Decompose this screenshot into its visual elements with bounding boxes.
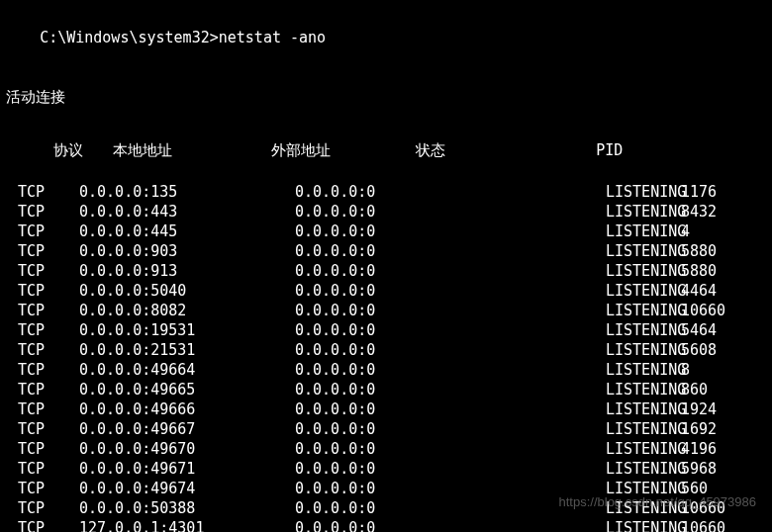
cell-foreign-address: 0.0.0.0:0 bbox=[295, 380, 453, 399]
table-row: TCP0.0.0.0:496710.0.0.0:0LISTENING5968 bbox=[18, 459, 768, 479]
header-pid: PID bbox=[596, 140, 623, 160]
cell-foreign-address: 0.0.0.0:0 bbox=[295, 459, 453, 479]
cell-protocol: TCP bbox=[18, 281, 79, 301]
cell-local-address: 0.0.0.0:21531 bbox=[79, 340, 295, 360]
cell-pid: 860 bbox=[681, 380, 760, 399]
table-row: TCP0.0.0.0:80820.0.0.0:0LISTENING10660 bbox=[18, 301, 768, 320]
table-row: TCP0.0.0.0:4450.0.0.0:0LISTENING4 bbox=[18, 222, 768, 241]
cell-pid: 8 bbox=[681, 360, 760, 380]
cell-pid: 10660 bbox=[681, 518, 760, 532]
header-state: 状态 bbox=[416, 140, 596, 160]
cell-pid: 4196 bbox=[681, 439, 760, 459]
table-row: TCP0.0.0.0:4430.0.0.0:0LISTENING8432 bbox=[18, 202, 768, 222]
cell-protocol: TCP bbox=[18, 380, 79, 399]
cell-state: LISTENING bbox=[453, 439, 681, 459]
cell-foreign-address: 0.0.0.0:0 bbox=[295, 320, 453, 340]
cell-local-address: 0.0.0.0:49665 bbox=[79, 380, 295, 399]
cell-foreign-address: 0.0.0.0:0 bbox=[295, 301, 453, 320]
cell-foreign-address: 0.0.0.0:0 bbox=[295, 419, 453, 439]
cell-pid: 5608 bbox=[681, 340, 760, 360]
header-local-address: 本地地址 bbox=[113, 140, 271, 160]
cell-protocol: TCP bbox=[18, 320, 79, 340]
table-row: TCP0.0.0.0:496670.0.0.0:0LISTENING1692 bbox=[18, 419, 768, 439]
cell-local-address: 0.0.0.0:49666 bbox=[79, 399, 295, 419]
cell-foreign-address: 0.0.0.0:0 bbox=[295, 202, 453, 222]
table-row: TCP0.0.0.0:1350.0.0.0:0LISTENING1176 bbox=[18, 182, 768, 202]
section-heading: 活动连接 bbox=[4, 87, 768, 107]
command-text: netstat -ano bbox=[219, 29, 326, 46]
terminal-window[interactable]: C:\Windows\system32>netstat -ano 活动连接 协议… bbox=[0, 0, 772, 532]
cell-pid: 4464 bbox=[681, 281, 760, 301]
header-foreign-address: 外部地址 bbox=[271, 140, 416, 160]
cell-state: LISTENING bbox=[453, 419, 681, 439]
cell-pid: 5880 bbox=[681, 241, 760, 261]
table-row: TCP0.0.0.0:9030.0.0.0:0LISTENING5880 bbox=[18, 241, 768, 261]
cell-state: LISTENING bbox=[453, 222, 681, 241]
header-protocol: 协议 bbox=[53, 140, 113, 160]
table-body: TCP0.0.0.0:1350.0.0.0:0LISTENING1176TCP0… bbox=[4, 182, 768, 532]
cell-state: LISTENING bbox=[453, 360, 681, 380]
table-row: TCP0.0.0.0:503880.0.0.0:0LISTENING10660 bbox=[18, 498, 768, 518]
table-row: TCP0.0.0.0:50400.0.0.0:0LISTENING4464 bbox=[18, 281, 768, 301]
cell-local-address: 0.0.0.0:135 bbox=[79, 182, 295, 202]
cell-protocol: TCP bbox=[18, 419, 79, 439]
cell-pid: 8432 bbox=[681, 202, 760, 222]
cell-protocol: TCP bbox=[18, 498, 79, 518]
cell-state: LISTENING bbox=[453, 479, 681, 498]
cell-pid: 10660 bbox=[681, 301, 760, 320]
cell-local-address: 0.0.0.0:8082 bbox=[79, 301, 295, 320]
cell-state: LISTENING bbox=[453, 281, 681, 301]
cell-pid: 5464 bbox=[681, 320, 760, 340]
cell-local-address: 0.0.0.0:49670 bbox=[79, 439, 295, 459]
cell-foreign-address: 0.0.0.0:0 bbox=[295, 498, 453, 518]
cell-local-address: 0.0.0.0:49664 bbox=[79, 360, 295, 380]
cell-local-address: 0.0.0.0:5040 bbox=[79, 281, 295, 301]
cell-pid: 1692 bbox=[681, 419, 760, 439]
cell-protocol: TCP bbox=[18, 479, 79, 498]
cell-foreign-address: 0.0.0.0:0 bbox=[295, 439, 453, 459]
cell-pid: 10660 bbox=[681, 498, 760, 518]
table-row: TCP0.0.0.0:496640.0.0.0:0LISTENING8 bbox=[18, 360, 768, 380]
cell-state: LISTENING bbox=[453, 261, 681, 281]
cell-foreign-address: 0.0.0.0:0 bbox=[295, 241, 453, 261]
cell-state: LISTENING bbox=[453, 498, 681, 518]
cell-foreign-address: 0.0.0.0:0 bbox=[295, 518, 453, 532]
table-header-row: 协议本地地址外部地址状态PID bbox=[4, 121, 768, 180]
table-row: TCP0.0.0.0:215310.0.0.0:0LISTENING5608 bbox=[18, 340, 768, 360]
cell-protocol: TCP bbox=[18, 399, 79, 419]
cell-state: LISTENING bbox=[453, 182, 681, 202]
cell-pid: 4 bbox=[681, 222, 760, 241]
cell-protocol: TCP bbox=[18, 202, 79, 222]
table-row: TCP0.0.0.0:496660.0.0.0:0LISTENING1924 bbox=[18, 399, 768, 419]
cell-local-address: 0.0.0.0:49671 bbox=[79, 459, 295, 479]
cell-protocol: TCP bbox=[18, 222, 79, 241]
cell-protocol: TCP bbox=[18, 439, 79, 459]
cell-state: LISTENING bbox=[453, 380, 681, 399]
cell-protocol: TCP bbox=[18, 241, 79, 261]
cell-protocol: TCP bbox=[18, 518, 79, 532]
cell-foreign-address: 0.0.0.0:0 bbox=[295, 360, 453, 380]
table-row: TCP0.0.0.0:9130.0.0.0:0LISTENING5880 bbox=[18, 261, 768, 281]
table-row: TCP127.0.0.1:43010.0.0.0:0LISTENING10660 bbox=[18, 518, 768, 532]
cell-local-address: 0.0.0.0:445 bbox=[79, 222, 295, 241]
cell-protocol: TCP bbox=[18, 340, 79, 360]
cell-protocol: TCP bbox=[18, 301, 79, 320]
cell-local-address: 0.0.0.0:50388 bbox=[79, 498, 295, 518]
cell-protocol: TCP bbox=[18, 182, 79, 202]
cell-state: LISTENING bbox=[453, 340, 681, 360]
cell-state: LISTENING bbox=[453, 241, 681, 261]
cell-foreign-address: 0.0.0.0:0 bbox=[295, 222, 453, 241]
table-row: TCP0.0.0.0:496740.0.0.0:0LISTENING560 bbox=[18, 479, 768, 498]
cell-foreign-address: 0.0.0.0:0 bbox=[295, 261, 453, 281]
cell-state: LISTENING bbox=[453, 399, 681, 419]
prompt-path: C:\Windows\system32> bbox=[40, 29, 219, 46]
command-prompt-line: C:\Windows\system32>netstat -ano bbox=[4, 8, 768, 67]
table-row: TCP0.0.0.0:496700.0.0.0:0LISTENING4196 bbox=[18, 439, 768, 459]
cell-state: LISTENING bbox=[453, 301, 681, 320]
cell-foreign-address: 0.0.0.0:0 bbox=[295, 281, 453, 301]
cell-protocol: TCP bbox=[18, 360, 79, 380]
cell-state: LISTENING bbox=[453, 518, 681, 532]
cell-protocol: TCP bbox=[18, 261, 79, 281]
cell-state: LISTENING bbox=[453, 202, 681, 222]
cell-pid: 1176 bbox=[681, 182, 760, 202]
